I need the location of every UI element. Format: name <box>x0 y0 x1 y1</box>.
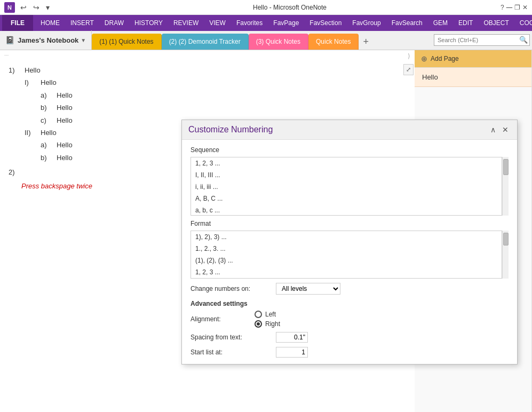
add-page-button[interactable]: ⊕ Add Page <box>415 50 531 68</box>
ribbon-tab-draw[interactable]: DRAW <box>99 15 129 31</box>
advanced-settings-section: Advanced settings Alignment: Left Right <box>190 300 509 358</box>
add-section-button[interactable]: + <box>359 34 373 50</box>
dialog-title: Customize Numbering <box>188 125 273 134</box>
help-button[interactable]: ? <box>501 4 504 11</box>
ribbon-tab-edit[interactable]: EDIT <box>453 15 478 31</box>
window-title: Hello - Microsoft OneNote <box>52 4 528 11</box>
ribbon-tab-insert[interactable]: INSERT <box>65 15 99 31</box>
search-icon[interactable]: 🔍 <box>519 36 528 44</box>
notebook-name[interactable]: James's Notebook <box>18 36 78 44</box>
dialog-collapse-button[interactable]: ∧ <box>488 124 498 135</box>
spacing-row: Spacing from text: <box>190 332 509 343</box>
page-entry[interactable]: Hello <box>415 68 531 87</box>
alignment-right-radio[interactable] <box>255 320 262 328</box>
advanced-settings-title: Advanced settings <box>190 300 509 307</box>
ribbon-tab-gem[interactable]: GEM <box>428 15 453 31</box>
section-tab-4[interactable]: Quick Notes <box>308 34 359 50</box>
spacing-label: Spacing from text: <box>190 334 276 341</box>
ribbon-tab-favpage[interactable]: FavPage <box>268 15 304 31</box>
ribbon-tab-favorites[interactable]: Favorites <box>231 15 268 31</box>
alignment-options: Left Right <box>255 311 280 328</box>
app-icon: N <box>4 2 15 13</box>
add-page-label: Add Page <box>431 55 459 62</box>
customize-numbering-dialog[interactable]: Customize Numbering ∧ ✕ Sequence 1, 2, 3… <box>181 120 518 365</box>
format-listbox[interactable]: 1), 2), 3) ... 1., 2., 3. ... (1), (2), … <box>190 231 502 279</box>
ribbon-tab-history[interactable]: HISTORY <box>129 15 168 31</box>
start-list-input[interactable] <box>276 347 308 358</box>
dialog-titlebar: Customize Numbering ∧ ✕ <box>182 120 517 140</box>
format-listbox-container: 1), 2), 3) ... 1., 2., 3. ... (1), (2), … <box>190 231 509 279</box>
format-scrollbar-thumb[interactable] <box>503 233 509 245</box>
ribbon-tab-cooperation[interactable]: COOPERATION <box>514 15 532 31</box>
start-list-row: Start list at: <box>190 347 509 358</box>
section-tab-3[interactable]: (3) Quick Notes <box>249 34 308 50</box>
sequence-listbox-container: 1, 2, 3 ... I, II, III ... i, ii, iii ..… <box>190 157 509 216</box>
spacing-input[interactable] <box>276 332 308 343</box>
format-item-4[interactable]: -1-, -2-, -3- ... <box>191 278 502 279</box>
sequence-scrollbar[interactable] <box>502 157 509 216</box>
search-area: 🔍 <box>434 34 530 46</box>
ribbon-tab-favsection[interactable]: FavSection <box>304 15 347 31</box>
collapse-handle[interactable]: ··· <box>4 52 9 58</box>
search-input[interactable] <box>434 34 530 46</box>
window-controls: ? ─ ❐ ✕ <box>501 0 532 15</box>
format-item-1[interactable]: 1., 2., 3. ... <box>191 243 502 255</box>
ribbon-tab-object[interactable]: OBJECT <box>478 15 514 31</box>
section-tab-1[interactable]: (1) (1) Quick Notes <box>92 34 161 50</box>
start-list-label: Start list at: <box>190 348 276 356</box>
format-item-3[interactable]: 1, 2, 3 ... <box>191 266 502 278</box>
sequence-scrollbar-thumb[interactable] <box>503 159 509 175</box>
notebook-icon: 📓 <box>5 36 14 44</box>
sequence-label: Sequence <box>190 146 509 154</box>
change-numbers-row: Change numbers on: All levels Current le… <box>190 283 509 295</box>
dialog-close-button[interactable]: ✕ <box>500 124 511 135</box>
alignment-right-dot <box>257 322 260 326</box>
section-tab-2[interactable]: (2) (2) Demonoid Tracker <box>162 34 249 50</box>
notebook-label: 📓 James's Notebook ▼ <box>0 30 92 50</box>
add-page-icon: ⊕ <box>421 54 427 63</box>
change-numbers-label: Change numbers on: <box>190 285 276 292</box>
dialog-controls: ∧ ✕ <box>488 124 511 135</box>
format-label: Format <box>190 220 509 227</box>
alignment-row: Alignment: Left Right <box>190 311 509 328</box>
alignment-right-option[interactable]: Right <box>255 320 280 328</box>
sequence-item-1[interactable]: I, II, III ... <box>191 169 502 181</box>
close-button[interactable]: ✕ <box>522 4 528 11</box>
ribbon-tab-favgroup[interactable]: FavGroup <box>347 15 386 31</box>
ribbon-tab-review[interactable]: REVIEW <box>168 15 204 31</box>
restore-button[interactable]: ❐ <box>514 4 520 11</box>
sequence-item-4[interactable]: a, b, c ... <box>191 204 502 216</box>
sequence-item-0[interactable]: 1, 2, 3 ... <box>191 157 502 169</box>
sequence-item-2[interactable]: i, ii, iii ... <box>191 181 502 193</box>
quick-access-toolbar: ↩ ↪ ▾ <box>18 2 52 13</box>
change-numbers-dropdown-container: All levels Current level Selected <box>276 283 340 295</box>
format-scrollbar[interactable] <box>502 231 509 279</box>
dialog-body: Sequence 1, 2, 3 ... I, II, III ... i, i… <box>182 140 517 364</box>
ribbon-tab-view[interactable]: VIEW <box>204 15 231 31</box>
sequence-listbox[interactable]: 1, 2, 3 ... I, II, III ... i, ii, iii ..… <box>190 157 502 216</box>
ribbon: FILE HOME INSERT DRAW HISTORY REVIEW VIE… <box>0 15 532 31</box>
alignment-left-label: Left <box>265 311 276 318</box>
alignment-right-label: Right <box>265 320 280 328</box>
undo-button[interactable]: ↩ <box>18 2 29 13</box>
change-numbers-select[interactable]: All levels Current level Selected <box>276 283 340 295</box>
ribbon-tabs: HOME INSERT DRAW HISTORY REVIEW VIEW Fav… <box>35 15 532 31</box>
minimize-button[interactable]: ─ <box>506 3 512 12</box>
ribbon-tab-favsearch[interactable]: FavSearch <box>386 15 428 31</box>
alignment-label: Alignment: <box>190 315 244 323</box>
outline-item-1: 1) Hello <box>9 64 406 76</box>
sequence-item-3[interactable]: A, B, C ... <box>191 193 502 204</box>
ribbon-tab-home[interactable]: HOME <box>35 15 65 31</box>
redo-button[interactable]: ↪ <box>31 2 42 13</box>
customize-qat-button[interactable]: ▾ <box>44 2 52 13</box>
format-item-2[interactable]: (1), (2), (3) ... <box>191 255 502 266</box>
notebook-dropdown-icon[interactable]: ▼ <box>81 37 86 43</box>
expand-panel-button[interactable]: ⟩ <box>408 52 410 60</box>
expand-note-button[interactable]: ⤢ <box>403 64 414 75</box>
alignment-left-radio[interactable] <box>255 311 262 318</box>
alignment-left-option[interactable]: Left <box>255 311 280 318</box>
section-tabs-row: 📓 James's Notebook ▼ (1) (1) Quick Notes… <box>0 31 532 50</box>
format-item-0[interactable]: 1), 2), 3) ... <box>191 231 502 243</box>
file-tab[interactable]: FILE <box>2 15 33 31</box>
